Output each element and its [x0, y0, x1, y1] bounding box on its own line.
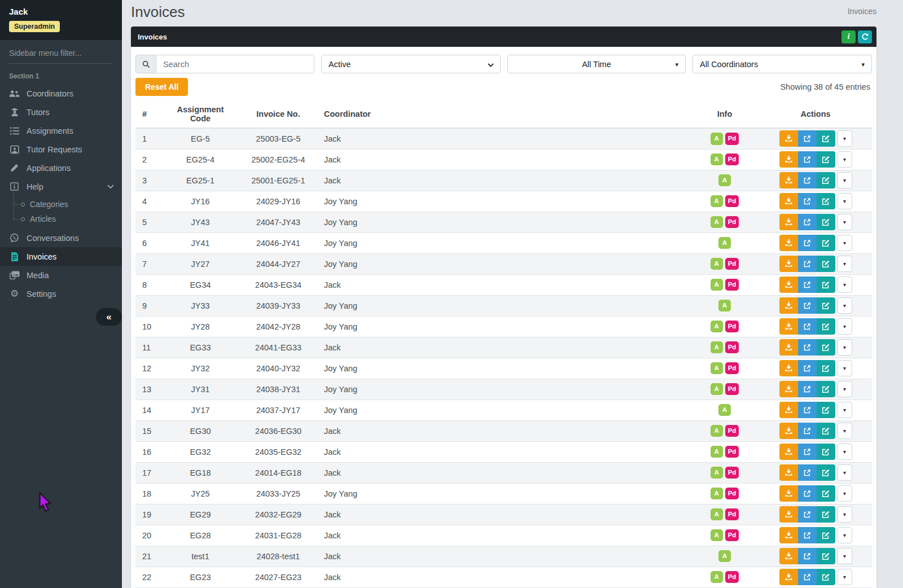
row-dropdown-button[interactable]: ▾ [838, 193, 852, 209]
row-dropdown-button[interactable]: ▾ [838, 151, 852, 168]
download-button[interactable] [779, 527, 798, 543]
edit-button[interactable] [817, 130, 835, 147]
open-link-button[interactable] [798, 360, 817, 376]
open-link-button[interactable] [798, 527, 817, 543]
sidebar-item-media[interactable]: Media [0, 266, 122, 284]
sidebar-item-articles[interactable]: Articles [0, 212, 122, 226]
open-link-button[interactable] [798, 339, 817, 356]
edit-button[interactable] [817, 151, 835, 168]
download-button[interactable] [779, 256, 798, 272]
sidebar-item-conversations[interactable]: Conversations [0, 229, 122, 247]
sidebar-item-invoices[interactable]: Invoices [0, 247, 122, 266]
reset-all-button[interactable]: Reset All [135, 78, 188, 96]
download-button[interactable] [779, 193, 798, 209]
sidebar-item-tutors[interactable]: Tutors [0, 103, 122, 121]
open-link-button[interactable] [798, 256, 817, 272]
download-button[interactable] [779, 464, 798, 481]
download-button[interactable] [779, 214, 798, 230]
row-dropdown-button[interactable]: ▾ [838, 256, 852, 272]
download-button[interactable] [779, 548, 798, 564]
open-link-button[interactable] [798, 569, 817, 585]
download-button[interactable] [779, 277, 798, 293]
edit-button[interactable] [817, 402, 835, 418]
coordinator-filter-dropdown[interactable]: All Coordinators ▾ [692, 55, 872, 73]
edit-button[interactable] [817, 214, 835, 230]
open-link-button[interactable] [798, 172, 817, 188]
edit-button[interactable] [817, 297, 835, 314]
row-dropdown-button[interactable]: ▾ [838, 130, 852, 147]
open-link-button[interactable] [798, 548, 817, 564]
open-link-button[interactable] [798, 151, 817, 168]
download-button[interactable] [779, 402, 798, 418]
row-dropdown-button[interactable]: ▾ [838, 485, 852, 502]
sidebar-item-applications[interactable]: Applications [0, 159, 122, 177]
open-link-button[interactable] [798, 235, 817, 251]
sidebar-item-categories[interactable]: Categories [0, 197, 122, 212]
refresh-button[interactable] [858, 30, 872, 43]
edit-button[interactable] [817, 381, 835, 397]
edit-button[interactable] [817, 360, 835, 376]
sidebar-item-assignments[interactable]: Assignments [0, 121, 122, 140]
open-link-button[interactable] [798, 402, 817, 418]
download-button[interactable] [779, 130, 798, 147]
row-dropdown-button[interactable]: ▾ [838, 444, 852, 460]
edit-button[interactable] [817, 444, 835, 460]
download-button[interactable] [779, 569, 798, 585]
download-button[interactable] [779, 151, 798, 168]
open-link-button[interactable] [798, 444, 817, 460]
edit-button[interactable] [817, 506, 835, 523]
sidebar-collapse-button[interactable]: « [96, 308, 122, 326]
download-button[interactable] [779, 235, 798, 251]
row-dropdown-button[interactable]: ▾ [838, 506, 852, 523]
download-button[interactable] [779, 485, 798, 502]
edit-button[interactable] [817, 569, 835, 585]
info-button[interactable]: i [841, 30, 856, 43]
edit-button[interactable] [817, 277, 835, 293]
download-button[interactable] [779, 360, 798, 376]
download-button[interactable] [779, 172, 798, 188]
edit-button[interactable] [817, 318, 835, 335]
row-dropdown-button[interactable]: ▾ [838, 423, 852, 439]
row-dropdown-button[interactable]: ▾ [838, 277, 852, 293]
open-link-button[interactable] [798, 297, 817, 314]
download-button[interactable] [779, 318, 798, 335]
breadcrumb[interactable]: Invoices [848, 3, 876, 16]
row-dropdown-button[interactable]: ▾ [838, 360, 852, 376]
row-dropdown-button[interactable]: ▾ [838, 214, 852, 230]
edit-button[interactable] [817, 485, 835, 502]
row-dropdown-button[interactable]: ▾ [838, 235, 852, 251]
edit-button[interactable] [817, 423, 835, 439]
open-link-button[interactable] [798, 130, 817, 147]
time-filter-dropdown[interactable]: All Time ▾ [507, 55, 686, 73]
edit-button[interactable] [817, 527, 835, 543]
sidebar-item-tutor-requests[interactable]: Tutor Requests [0, 140, 122, 159]
edit-button[interactable] [817, 548, 835, 564]
status-filter-select[interactable]: Active [321, 55, 501, 73]
open-link-button[interactable] [798, 423, 817, 439]
download-button[interactable] [779, 423, 798, 439]
sidebar-item-settings[interactable]: ⚙ Settings [0, 284, 122, 303]
row-dropdown-button[interactable]: ▾ [838, 464, 852, 481]
open-link-button[interactable] [798, 506, 817, 523]
edit-button[interactable] [817, 172, 835, 188]
search-input[interactable] [156, 55, 314, 73]
open-link-button[interactable] [798, 214, 817, 230]
edit-button[interactable] [817, 339, 835, 356]
row-dropdown-button[interactable]: ▾ [838, 402, 852, 418]
edit-button[interactable] [817, 464, 835, 481]
row-dropdown-button[interactable]: ▾ [838, 381, 852, 397]
download-button[interactable] [779, 444, 798, 460]
open-link-button[interactable] [798, 277, 817, 293]
sidebar-item-coordinators[interactable]: Coordinators [0, 84, 122, 103]
open-link-button[interactable] [798, 193, 817, 209]
open-link-button[interactable] [798, 464, 817, 481]
download-button[interactable] [779, 381, 798, 397]
open-link-button[interactable] [798, 485, 817, 502]
row-dropdown-button[interactable]: ▾ [838, 172, 852, 188]
download-button[interactable] [779, 339, 798, 356]
sidebar-item-help[interactable]: Help [0, 177, 122, 196]
download-button[interactable] [779, 297, 798, 314]
row-dropdown-button[interactable]: ▾ [838, 297, 852, 314]
open-link-button[interactable] [798, 381, 817, 397]
row-dropdown-button[interactable]: ▾ [838, 318, 852, 335]
